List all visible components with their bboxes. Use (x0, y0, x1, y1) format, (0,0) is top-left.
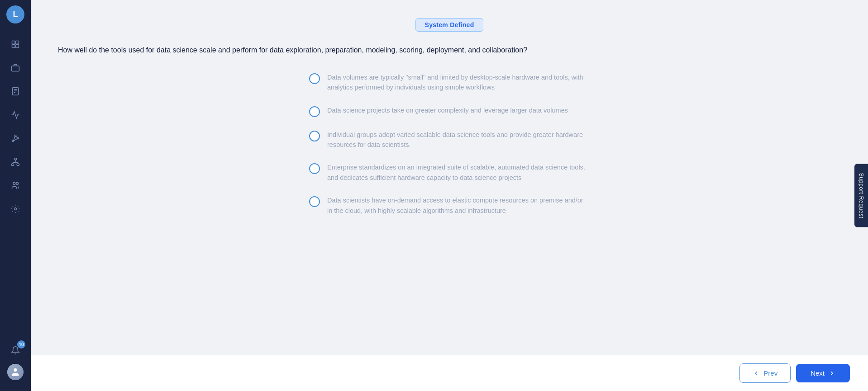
svg-point-10 (14, 135, 16, 137)
sidebar-item-analytics[interactable] (5, 105, 25, 125)
next-button[interactable]: Next (796, 364, 850, 382)
support-request-tab[interactable]: Support Request (854, 164, 868, 227)
question-area: System Defined How well do the tools use… (31, 0, 868, 355)
options-list: Data volumes are typically "small" and l… (309, 72, 590, 216)
option-4[interactable]: Enterprise standardizes on an integrated… (309, 162, 590, 183)
svg-line-13 (16, 137, 18, 138)
option-5-text: Data scientists have on-demand access to… (327, 195, 590, 216)
radio-option-3[interactable] (309, 131, 320, 141)
svg-rect-17 (17, 164, 19, 165)
svg-rect-16 (12, 164, 14, 165)
question-text: How well do the tools used for data scie… (58, 44, 556, 56)
system-defined-badge: System Defined (415, 18, 484, 32)
svg-rect-1 (16, 41, 19, 44)
prev-button[interactable]: Prev (739, 363, 791, 383)
radio-option-2[interactable] (309, 106, 320, 117)
sidebar-item-org[interactable] (5, 152, 25, 172)
next-label: Next (811, 369, 825, 377)
option-3-text: Individual groups adopt varied scalable … (327, 130, 590, 150)
radio-option-5[interactable] (309, 196, 320, 207)
sidebar-nav (5, 34, 25, 342)
svg-rect-2 (12, 45, 15, 48)
prev-label: Prev (763, 369, 777, 377)
option-1[interactable]: Data volumes are typically "small" and l… (309, 72, 590, 93)
option-2-text: Data science projects take on greater co… (327, 105, 568, 115)
option-2[interactable]: Data science projects take on greater co… (309, 105, 590, 117)
notification-bell[interactable]: 10 (7, 342, 24, 358)
avatar[interactable] (7, 364, 24, 380)
option-5[interactable]: Data scientists have on-demand access to… (309, 195, 590, 216)
svg-point-24 (14, 208, 17, 210)
svg-point-22 (13, 182, 15, 184)
sidebar-item-graph[interactable] (5, 128, 25, 148)
svg-rect-0 (12, 41, 15, 44)
svg-point-25 (14, 368, 17, 372)
radio-option-1[interactable] (309, 73, 320, 84)
sidebar-logo[interactable]: L (6, 5, 24, 24)
sidebar-item-documents[interactable] (5, 81, 25, 101)
svg-rect-3 (16, 45, 19, 48)
option-1-text: Data volumes are typically "small" and l… (327, 72, 590, 93)
sidebar-item-dashboard[interactable] (5, 34, 25, 54)
svg-rect-4 (12, 66, 19, 71)
support-tab-wrapper[interactable]: Support Request (854, 164, 868, 227)
svg-rect-15 (14, 158, 17, 160)
notification-count: 10 (17, 340, 25, 349)
sidebar-item-settings[interactable] (5, 199, 25, 219)
option-4-text: Enterprise standardizes on an integrated… (327, 162, 590, 183)
badge-row: System Defined (58, 18, 841, 32)
sidebar-bottom: 10 (7, 342, 24, 386)
sidebar-item-users[interactable] (5, 175, 25, 195)
radio-option-4[interactable] (309, 163, 320, 174)
svg-point-23 (16, 182, 19, 184)
bottom-bar: Prev Next (31, 355, 868, 391)
main-content: System Defined How well do the tools use… (31, 0, 868, 391)
sidebar: L (0, 0, 31, 391)
sidebar-item-projects[interactable] (5, 58, 25, 78)
option-3[interactable]: Individual groups adopt varied scalable … (309, 130, 590, 150)
svg-rect-5 (12, 88, 18, 95)
